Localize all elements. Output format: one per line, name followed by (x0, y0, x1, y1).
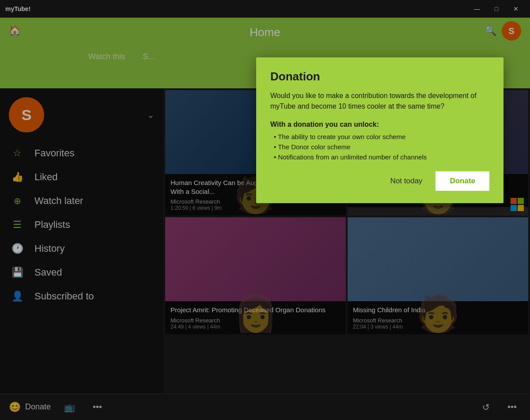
donation-benefit-3: • Notifications from an unlimited number… (270, 153, 489, 161)
donation-benefit-1: • The ability to create your own color s… (270, 133, 489, 140)
not-today-button[interactable]: Not today (382, 171, 432, 191)
donation-benefit-2: • The Donor color scheme (270, 143, 489, 151)
donation-benefits-title: With a donation you can unlock: (270, 121, 489, 129)
donation-modal: Donation Would you like to make a contri… (256, 57, 504, 203)
donation-title: Donation (270, 70, 489, 83)
donate-button[interactable]: Donate (435, 171, 489, 191)
donation-actions: Not today Donate (270, 171, 489, 191)
donation-body: Would you like to make a contribution to… (270, 91, 489, 112)
